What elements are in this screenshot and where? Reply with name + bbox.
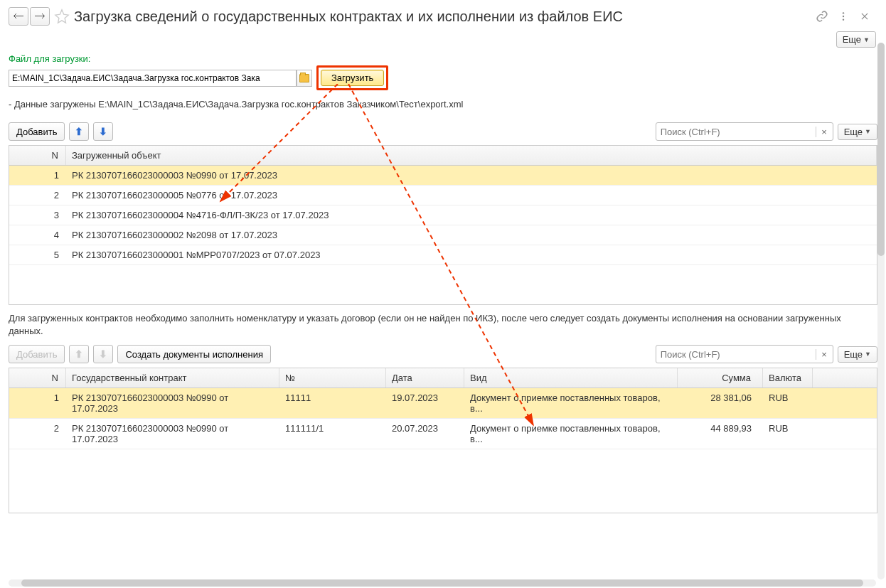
cell-n: 3 xyxy=(9,205,66,225)
search-input-2[interactable] xyxy=(656,348,816,361)
cell-gk: РК 2130707166023000003 №0990 от 17.07.20… xyxy=(66,388,279,418)
search-box-2: × xyxy=(656,345,833,363)
load-button[interactable]: Загрузить xyxy=(321,70,384,86)
chevron-down-icon: ▼ xyxy=(863,36,870,43)
favorite-star-icon[interactable] xyxy=(54,9,70,24)
chevron-down-icon: ▼ xyxy=(865,351,871,358)
cell-gk: РК 2130707166023000003 №0990 от 17.07.20… xyxy=(66,419,279,449)
table-row[interactable]: 3 РК 2130707166023000004 №4716-ФЛ/П-3К/2… xyxy=(9,205,877,225)
cell-obj: РК 2130707166023000003 №0990 от 17.07.20… xyxy=(66,166,877,185)
col2-n[interactable]: N xyxy=(9,368,66,387)
table-row[interactable]: 1 РК 2130707166023000003 №0990 от 17.07.… xyxy=(9,166,877,186)
cell-cur: RUB xyxy=(763,388,813,418)
col2-no[interactable]: № xyxy=(279,368,386,387)
add-button-2: Добавить xyxy=(9,345,65,363)
cell-obj: РК 2130707166023000002 №2098 от 17.07.20… xyxy=(66,225,877,245)
arrow-down-icon: ⬇ xyxy=(99,348,107,360)
folder-icon xyxy=(299,74,309,82)
link-icon[interactable] xyxy=(815,9,829,23)
cell-n: 5 xyxy=(9,245,66,264)
kebab-menu-icon[interactable] xyxy=(836,9,850,23)
cell-obj: РК 2130707166023000005 №0776 от 17.07.20… xyxy=(66,186,877,205)
cell-sum: 44 889,93 xyxy=(678,419,763,449)
page-title: Загрузка сведений о государственных конт… xyxy=(74,9,811,25)
arrow-up-icon: ⬆ xyxy=(75,348,83,360)
svg-point-1 xyxy=(843,16,844,17)
col-n[interactable]: N xyxy=(9,146,66,165)
nav-back-button[interactable]: 🡐 xyxy=(9,7,28,26)
file-path-input-wrap xyxy=(9,70,297,87)
nav-forward-button[interactable]: 🡒 xyxy=(30,7,50,26)
execution-docs-table: N Государственный контракт № Дата Вид Су… xyxy=(9,368,877,513)
move-up-button-1[interactable]: ⬆ xyxy=(69,122,89,141)
cell-n: 2 xyxy=(9,419,66,449)
table-row[interactable]: 2 РК 2130707166023000003 №0990 от 17.07.… xyxy=(9,419,877,449)
table-row[interactable]: 1 РК 2130707166023000003 №0990 от 17.07.… xyxy=(9,388,877,419)
search-clear-2[interactable]: × xyxy=(816,349,833,360)
search-box-1: × xyxy=(656,122,833,141)
move-up-button-2: ⬆ xyxy=(69,345,89,363)
arrow-up-icon: ⬆ xyxy=(75,126,83,137)
search-input-1[interactable] xyxy=(656,125,816,139)
cell-kind: Документ о приемке поставленных товаров,… xyxy=(464,388,678,418)
cell-no: 11111 xyxy=(279,388,386,418)
file-path-input[interactable] xyxy=(12,73,293,83)
more-button-top[interactable]: Еще ▼ xyxy=(836,31,876,48)
file-field-label: Файл для загрузки: xyxy=(0,53,886,65)
svg-point-2 xyxy=(843,18,844,20)
scrollbar-horizontal[interactable] xyxy=(9,579,876,587)
cell-no: 111111/1 xyxy=(279,419,386,449)
table-row[interactable]: 4 РК 2130707166023000002 №2098 от 17.07.… xyxy=(9,225,877,245)
more-label: Еще xyxy=(843,34,861,45)
cell-date: 19.07.2023 xyxy=(386,388,464,418)
cell-sum: 28 381,06 xyxy=(678,388,763,418)
move-down-button-2: ⬇ xyxy=(93,345,113,363)
info-text: Для загруженных контрактов необходимо за… xyxy=(0,305,886,345)
cell-n: 1 xyxy=(9,166,66,185)
cell-kind: Документ о приемке поставленных товаров,… xyxy=(464,419,678,449)
search-clear-1[interactable]: × xyxy=(816,127,833,137)
col2-gk[interactable]: Государственный контракт xyxy=(66,368,279,387)
move-down-button-1[interactable]: ⬇ xyxy=(93,122,113,141)
more-button-table1[interactable]: Еще ▼ xyxy=(838,124,877,140)
status-text: - Данные загружены E:\MAIN_1C\Задача.ЕИС… xyxy=(0,95,886,122)
col2-date[interactable]: Дата xyxy=(386,368,464,387)
col2-kind[interactable]: Вид xyxy=(464,368,678,387)
cell-n: 1 xyxy=(9,388,66,418)
more-button-table2[interactable]: Еще ▼ xyxy=(838,346,877,363)
add-button-1[interactable]: Добавить xyxy=(9,122,65,141)
table-row[interactable]: 5 РК 2130707166023000001 №МРР0707/2023 о… xyxy=(9,245,877,265)
loaded-objects-table: N Загруженный объект 1 РК 21307071660230… xyxy=(9,145,877,305)
col2-sum[interactable]: Сумма xyxy=(678,368,763,387)
arrow-down-icon: ⬇ xyxy=(99,126,107,137)
create-docs-button[interactable]: Создать документы исполнения xyxy=(117,345,271,363)
col-obj[interactable]: Загруженный объект xyxy=(66,146,877,165)
table-row[interactable]: 2 РК 2130707166023000005 №0776 от 17.07.… xyxy=(9,186,877,205)
close-icon[interactable] xyxy=(858,9,872,23)
load-button-highlight: Загрузить xyxy=(316,65,388,90)
cell-obj: РК 2130707166023000004 №4716-ФЛ/П-3К/23 … xyxy=(66,205,877,225)
cell-obj: РК 2130707166023000001 №МРР0707/2023 от … xyxy=(66,245,877,264)
svg-point-0 xyxy=(843,12,844,14)
col2-cur[interactable]: Валюта xyxy=(763,368,813,387)
cell-cur: RUB xyxy=(763,419,813,449)
cell-n: 4 xyxy=(9,225,66,245)
scrollbar-vertical[interactable] xyxy=(877,43,885,579)
cell-n: 2 xyxy=(9,186,66,205)
chevron-down-icon: ▼ xyxy=(865,128,871,135)
cell-date: 20.07.2023 xyxy=(386,419,464,449)
browse-folder-button[interactable] xyxy=(297,70,312,87)
